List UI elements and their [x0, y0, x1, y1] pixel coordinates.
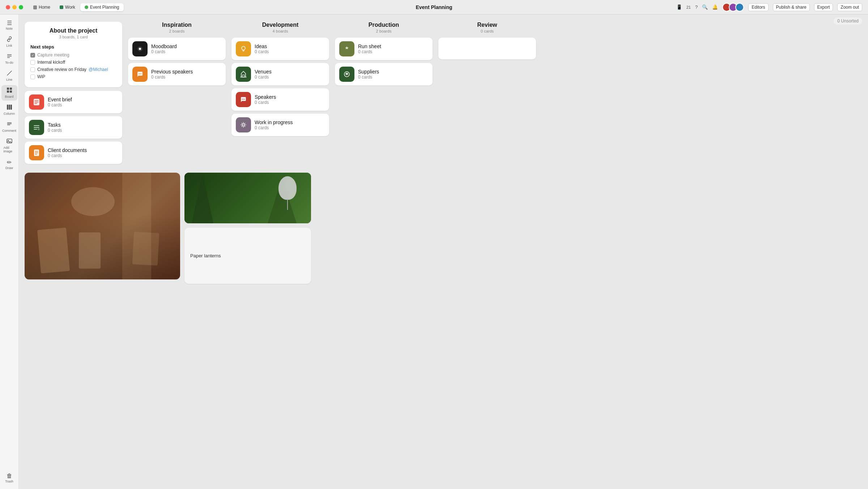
- card-wip[interactable]: Work in progress 0 cards: [231, 114, 329, 136]
- checkbox-3[interactable]: [30, 75, 35, 79]
- page-title: Event Planning: [416, 4, 452, 10]
- checkbox-0[interactable]: ✓: [30, 53, 35, 58]
- card-ideas[interactable]: Ideas 0 cards: [231, 38, 329, 60]
- tab-work[interactable]: Work: [55, 3, 80, 11]
- fullscreen-button[interactable]: [19, 5, 23, 9]
- sidebar-item-trash[interactable]: 🗑 Trash: [1, 471, 17, 486]
- card-prev-speakers[interactable]: Previous speakers 0 cards: [128, 63, 226, 85]
- client-docs-icon: [29, 145, 44, 160]
- card-speakers[interactable]: Speakers 0 cards: [231, 88, 329, 111]
- about-subtitle: 3 boards, 1 card: [30, 35, 116, 39]
- svg-point-27: [141, 73, 141, 74]
- event-brief-icon: [29, 94, 44, 110]
- publish-share-button[interactable]: Publish & share: [773, 3, 810, 11]
- sidebar-item-add-image[interactable]: Add image: [1, 136, 17, 155]
- suppliers-info: Suppliers 0 cards: [358, 69, 428, 80]
- event-brief-info: Event brief 0 cards: [48, 97, 118, 108]
- svg-rect-8: [10, 90, 12, 93]
- trash-icon: 🗑: [7, 473, 12, 479]
- svg-rect-9: [7, 105, 8, 110]
- prev-speakers-info: Previous speakers 0 cards: [151, 69, 221, 80]
- search-icon[interactable]: 🔍: [702, 4, 708, 10]
- svg-point-24: [139, 48, 141, 50]
- sidebar-item-link[interactable]: Link: [1, 34, 17, 50]
- content-area: 0 Unsorted About the project 3 boards, 1…: [19, 14, 868, 489]
- paper-lantern-label: Paper lanterns: [190, 253, 221, 258]
- close-button[interactable]: [6, 5, 10, 9]
- card-runsheet[interactable]: Run sheet 0 cards: [335, 38, 433, 60]
- sidebar: ☰ Note Link To-do Line Board: [0, 14, 19, 489]
- card-suppliers[interactable]: Suppliers 0 cards: [335, 63, 433, 85]
- sidebar-item-line[interactable]: Line: [1, 68, 17, 84]
- col-about: About the project 3 boards, 1 card Next …: [25, 22, 122, 167]
- speakers-info: Speakers 0 cards: [255, 94, 325, 105]
- col-development: Development 4 boards Ideas 0 cards: [231, 22, 329, 167]
- tab-event-planning[interactable]: Event Planning: [80, 3, 124, 11]
- client-docs-cards: 0 cards: [48, 153, 118, 158]
- bell-icon[interactable]: 🔔: [712, 4, 718, 10]
- svg-point-21: [38, 128, 40, 130]
- sidebar-item-draw[interactable]: ✏ Draw: [1, 157, 17, 172]
- mention-michael[interactable]: @Michael: [89, 67, 108, 72]
- about-title: About the project: [30, 28, 116, 34]
- minimize-button[interactable]: [12, 5, 17, 9]
- ideas-icon: [236, 41, 251, 56]
- device-icon: 📱: [676, 4, 682, 10]
- svg-rect-0: [33, 6, 37, 9]
- balloon: [278, 176, 297, 200]
- col-production-header: Production 2 boards: [335, 22, 433, 33]
- prev-speakers-cards: 0 cards: [151, 75, 221, 80]
- wip-info: Work in progress 0 cards: [255, 119, 325, 130]
- titlebar-right: 📱 21 ? 🔍 🔔 Editors Publish & share Expor…: [676, 3, 862, 12]
- board-client-docs[interactable]: Client documents 0 cards: [25, 142, 122, 164]
- about-card: About the project 3 boards, 1 card Next …: [25, 22, 122, 87]
- add-image-icon: [7, 138, 12, 146]
- moodboard-name: Moodboard: [151, 43, 221, 49]
- sidebar-item-note[interactable]: ☰ Note: [1, 17, 17, 33]
- checkbox-1[interactable]: [30, 60, 35, 65]
- help-icon[interactable]: ?: [695, 4, 698, 10]
- sidebar-item-board[interactable]: Board: [1, 85, 17, 101]
- checklist-label-0: Capture meeting: [37, 52, 69, 58]
- comment-icon: ...: [7, 121, 12, 128]
- line-icon: [7, 70, 12, 77]
- col-development-title: Development: [231, 22, 329, 28]
- todo-icon: [7, 53, 12, 60]
- card-venues[interactable]: Venues 0 cards: [231, 63, 329, 85]
- image-section: Paper lanterns: [19, 173, 868, 290]
- sidebar-item-column[interactable]: Column: [1, 102, 17, 118]
- col-development-subtitle: 4 boards: [231, 29, 329, 33]
- svg-point-16: [8, 140, 9, 141]
- sidebar-item-comment[interactable]: ... Comment: [1, 119, 17, 135]
- svg-line-4: [7, 71, 12, 75]
- board-tasks[interactable]: Tasks 0 cards: [25, 116, 122, 139]
- board-event-brief[interactable]: Event brief 0 cards: [25, 91, 122, 113]
- tab-event-icon: [85, 5, 88, 9]
- board-area: About the project 3 boards, 1 card Next …: [19, 14, 868, 173]
- event-table-image: [25, 173, 180, 279]
- paper-lantern-card: Paper lanterns: [184, 228, 311, 284]
- export-button[interactable]: Export: [814, 3, 833, 11]
- col-review-subtitle: 0 cards: [438, 29, 536, 33]
- unsorted-badge[interactable]: 0 Unsorted: [834, 17, 862, 25]
- main-layout: ☰ Note Link To-do Line Board: [0, 14, 868, 489]
- checkbox-2[interactable]: [30, 67, 35, 72]
- col-inspiration: Inspiration 2 boards Moodboard 0 cards: [128, 22, 226, 167]
- zoom-out-button[interactable]: Zoom out: [837, 3, 862, 11]
- wip-icon: [236, 117, 251, 132]
- client-docs-info: Client documents 0 cards: [48, 147, 118, 158]
- col-review-header: Review 0 cards: [438, 22, 536, 33]
- col-production-title: Production: [335, 22, 433, 28]
- sidebar-item-todo[interactable]: To-do: [1, 51, 17, 67]
- svg-point-33: [244, 99, 245, 100]
- editors-button[interactable]: Editors: [748, 3, 768, 11]
- card-moodboard[interactable]: Moodboard 0 cards: [128, 38, 226, 60]
- tab-work-label: Work: [65, 5, 75, 10]
- wip-name: Work in progress: [255, 119, 325, 125]
- notification-count[interactable]: 21: [686, 5, 691, 9]
- runsheet-name: Run sheet: [358, 43, 428, 49]
- next-steps-title: Next steps: [30, 44, 116, 50]
- tab-home[interactable]: Home: [29, 3, 55, 11]
- wip-cards: 0 cards: [255, 125, 325, 130]
- moodboard-icon: [132, 41, 148, 56]
